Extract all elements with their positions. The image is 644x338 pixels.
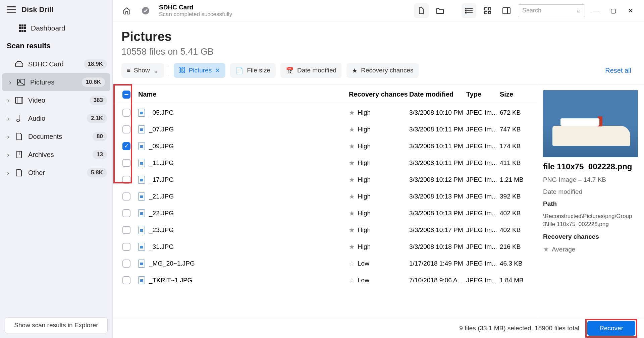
maximize-button[interactable]: ▢ [606, 7, 620, 14]
filter-chip-file-size[interactable]: 📄File size [230, 63, 276, 78]
show-in-explorer-button[interactable]: Show scan results in Explorer [5, 317, 108, 333]
folder-icon[interactable] [433, 3, 447, 18]
recovery-value: Low [358, 277, 369, 284]
row-checkbox[interactable] [122, 192, 130, 201]
row-checkbox[interactable] [122, 109, 130, 117]
count-badge: 10.6K [82, 77, 105, 87]
file-icon [138, 209, 145, 217]
menu-icon[interactable] [7, 6, 16, 13]
row-checkbox[interactable] [122, 159, 130, 167]
row-checkbox[interactable] [122, 125, 130, 133]
preview-rec-value: ★Average [543, 245, 638, 253]
type-value: JPEG Im... [466, 260, 500, 267]
star-icon: ☆ [349, 260, 355, 268]
main: SDHC Card Scan completed successfully Se… [113, 0, 644, 338]
chevron-right-icon: › [6, 133, 10, 140]
col-size[interactable]: Size [500, 91, 537, 98]
file-icon [138, 192, 145, 201]
file-icon [138, 260, 145, 268]
star-icon: ☆ [349, 276, 355, 284]
svg-point-15 [466, 12, 467, 13]
sidebar-item-audio[interactable]: ›Audio2.1K [0, 109, 112, 127]
image-icon: 🖼 [179, 67, 185, 74]
sidebar-item-video[interactable]: ›Video383 [0, 91, 112, 109]
star-icon: ★ [349, 209, 355, 217]
table-row[interactable]: _23.JPG★High3/3/2008 10:17 PMJPEG Im...4… [113, 222, 537, 238]
table-row[interactable]: _05.JPG★High3/3/2008 10:10 PMJPEG Im...6… [113, 104, 537, 121]
content-head: Pictures 10558 files on 5.41 GB [113, 21, 644, 63]
svg-rect-20 [503, 8, 510, 14]
search-input[interactable]: Search⌕ [518, 4, 585, 17]
minimize-button[interactable]: — [589, 7, 602, 14]
grid-view-icon[interactable] [480, 3, 495, 18]
row-checkbox[interactable] [122, 260, 130, 268]
row-checkbox[interactable] [122, 243, 130, 251]
row-checkbox[interactable] [122, 176, 130, 184]
nav-label: Audio [28, 115, 82, 122]
svg-rect-18 [485, 11, 487, 14]
filter-chip-pictures[interactable]: 🖼Pictures✕ [174, 63, 226, 78]
col-type[interactable]: Type [466, 91, 500, 98]
filter-chip-recovery-chances[interactable]: ★Recovery chances [346, 63, 419, 78]
size-value: 174 KB [500, 143, 537, 150]
col-name[interactable]: Name [135, 91, 349, 98]
list-view-icon[interactable] [462, 3, 476, 18]
table-row[interactable]: _07.JPG★High3/3/2008 10:11 PMJPEG Im...7… [113, 121, 537, 138]
file-name: _17.JPG [149, 176, 174, 183]
chevron-down-icon: ⌄ [153, 67, 159, 74]
sidebar-item-documents[interactable]: ›Documents80 [0, 127, 112, 146]
star-icon: ★ [349, 159, 355, 167]
table-header: Name Recovery chances Date modified Type… [113, 85, 537, 104]
sidebar-item-sdhc-card[interactable]: SDHC Card18.9K [0, 55, 112, 73]
row-checkbox[interactable] [122, 226, 130, 234]
row-checkbox[interactable] [122, 142, 130, 150]
size-value: 1.84 MB [500, 277, 537, 284]
count-badge: 5.8K [87, 168, 107, 177]
panel-view-icon[interactable] [499, 3, 514, 18]
table-row[interactable]: _MG_20~1.JPG☆Low1/17/2018 1:49 PMJPEG Im… [113, 255, 537, 272]
show-filter-button[interactable]: ≡ Show ⌄ [121, 63, 164, 78]
table-row[interactable]: _22.JPG★High3/3/2008 10:13 PMJPEG Im...4… [113, 205, 537, 222]
file-icon [138, 159, 145, 167]
preview-filename: file 110x75_002228.png [543, 162, 638, 171]
type-value: JPEG Im... [466, 226, 500, 234]
recover-button[interactable]: Recover [587, 321, 635, 336]
select-all-checkbox[interactable] [122, 91, 130, 99]
chevron-right-icon: › [6, 115, 10, 122]
date-value: 3/3/2008 10:12 PM [409, 176, 466, 183]
date-value: 3/3/2008 10:11 PM [409, 143, 466, 150]
selection-summary: 9 files (33.1 MB) selected, 18900 files … [459, 325, 579, 332]
sidebar-item-pictures[interactable]: ›Pictures10.6K [2, 73, 110, 91]
sidebar-item-dashboard[interactable]: Dashboard [0, 19, 112, 37]
recovery-value: High [358, 109, 371, 116]
files-view-icon[interactable] [414, 3, 429, 18]
preview-image [543, 90, 638, 157]
col-date[interactable]: Date modified [409, 91, 466, 98]
reset-all-link[interactable]: Reset all [605, 67, 631, 74]
star-icon: ★ [349, 243, 355, 251]
row-checkbox[interactable] [122, 209, 130, 217]
table-row[interactable]: _TKRIT~1.JPG☆Low7/10/2018 9:06 A...JPEG … [113, 272, 537, 289]
audio-icon [15, 114, 23, 122]
filter-chip-date-modified[interactable]: 📅Date modified [280, 63, 342, 78]
table-row[interactable]: _31.JPG★High3/3/2008 10:18 PMJPEG Im...2… [113, 238, 537, 255]
home-icon[interactable] [119, 3, 134, 18]
count-badge: 383 [90, 96, 107, 105]
row-checkbox[interactable] [122, 276, 130, 284]
recovery-value: High [358, 159, 371, 167]
svg-point-6 [17, 119, 19, 122]
size-value: 216 KB [500, 243, 537, 250]
table-row[interactable]: _09.JPG★High3/3/2008 10:11 PMJPEG Im...1… [113, 138, 537, 155]
type-value: JPEG Im... [466, 109, 500, 116]
topbar: SDHC Card Scan completed successfully Se… [113, 0, 644, 21]
sidebar-item-archives[interactable]: ›Archives13 [0, 146, 112, 164]
close-icon[interactable]: ✕ [215, 67, 220, 74]
sidebar-item-other[interactable]: ›Other5.8K [0, 164, 112, 182]
file-name: _MG_20~1.JPG [149, 260, 195, 267]
table-row[interactable]: _17.JPG★High3/3/2008 10:12 PMJPEG Im...1… [113, 171, 537, 188]
nav-list: SDHC Card18.9K›Pictures10.6K›Video383›Au… [0, 55, 112, 313]
col-recovery[interactable]: Recovery chances [349, 91, 409, 98]
close-button[interactable]: ✕ [624, 7, 637, 14]
table-row[interactable]: _21.JPG★High3/3/2008 10:13 PMJPEG Im...3… [113, 188, 537, 205]
table-row[interactable]: _11.JPG★High3/3/2008 10:11 PMJPEG Im...4… [113, 155, 537, 171]
